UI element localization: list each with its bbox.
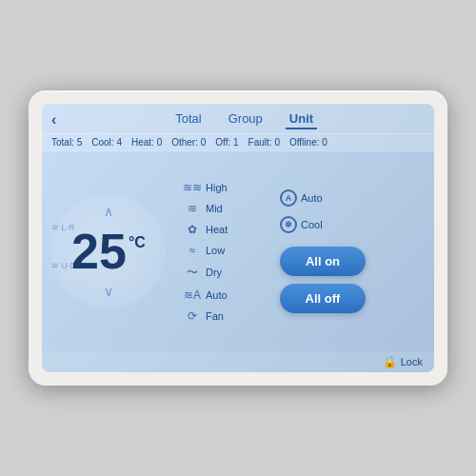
status-cool: Cool: 4 <box>91 137 122 148</box>
all-on-button[interactable]: All on <box>280 247 366 276</box>
action-buttons: All on All off <box>280 247 369 313</box>
lock-button[interactable]: 🔒 Lock <box>383 355 423 368</box>
mode-low-label: Low <box>206 245 225 256</box>
screen: ‹ Total Group Unit Total: 5 Cool: 4 Heat… <box>42 104 434 372</box>
cool-label: Cool <box>301 219 323 230</box>
mode-low[interactable]: ≈ Low <box>179 242 267 259</box>
status-other: Other: 0 <box>171 137 206 148</box>
dry-icon: 〜 <box>183 265 202 281</box>
fan-mode-icon: ⟳ <box>183 309 202 323</box>
cool-icon: ❄ <box>280 216 297 233</box>
temperature-unit: °C <box>129 234 146 251</box>
auto-label: Auto <box>301 192 323 204</box>
tab-group[interactable]: Group <box>225 109 267 129</box>
heat-icon: ✿ <box>183 223 202 236</box>
device-frame: ‹ Total Group Unit Total: 5 Cool: 4 Heat… <box>29 90 447 386</box>
mode-dry[interactable]: 〜 Dry <box>179 263 267 283</box>
tab-unit[interactable]: Unit <box>286 109 317 129</box>
back-button[interactable]: ‹ <box>51 111 56 129</box>
status-offline: Offline: 0 <box>289 137 327 148</box>
mode-auto-label: Auto <box>206 289 228 301</box>
mid-icon: ≋ <box>183 202 202 215</box>
bottom-bar: 🔒 Lock <box>42 351 434 372</box>
mode-dry-label: Dry <box>206 267 222 278</box>
main-content: ∧ 25 °C ∨ ≋ L·R ≋ U·D ≋≋ High ≋ Mid <box>42 151 434 351</box>
temperature-display: 25 °C <box>71 227 146 276</box>
mode-heat[interactable]: ✿ Heat <box>179 221 267 238</box>
auto-item[interactable]: A Auto <box>280 189 323 207</box>
cool-item[interactable]: ❄ Cool <box>280 216 323 233</box>
mode-high-label: High <box>206 182 228 193</box>
mode-mid-label: Mid <box>206 203 223 214</box>
high-icon: ≋≋ <box>183 181 202 194</box>
tab-total[interactable]: Total <box>171 109 205 129</box>
temperature-value: 25 <box>71 227 127 276</box>
temperature-panel: ∧ 25 °C ∨ ≋ L·R ≋ U·D <box>42 151 175 351</box>
all-off-button[interactable]: All off <box>280 284 366 313</box>
mode-panel: ≋≋ High ≋ Mid ✿ Heat ≈ Low 〜 Dry <box>175 151 270 351</box>
lock-icon: 🔒 <box>383 355 397 368</box>
mode-heat-label: Heat <box>206 224 228 235</box>
mode-fan[interactable]: ⟳ Fan <box>179 307 267 325</box>
header: ‹ Total Group Unit <box>42 104 434 134</box>
mode-auto[interactable]: ≋A Auto <box>179 287 267 304</box>
mode-high[interactable]: ≋≋ High <box>179 179 267 196</box>
status-heat: Heat: 0 <box>131 137 162 148</box>
status-total: Total: 5 <box>51 137 82 148</box>
low-icon: ≈ <box>183 244 202 257</box>
status-off: Off: 1 <box>215 137 238 148</box>
lock-label: Lock <box>401 356 423 367</box>
tab-bar: Total Group Unit <box>64 109 425 129</box>
auto-circle-icon: A <box>280 189 297 207</box>
mode-mid[interactable]: ≋ Mid <box>179 200 267 217</box>
mode-fan-label: Fan <box>206 310 224 322</box>
auto-mode-icon: ≋A <box>183 288 202 302</box>
right-panel: A Auto ❄ Cool All on All off <box>270 151 434 351</box>
status-fault: Fault: 0 <box>248 137 280 148</box>
status-bar: Total: 5 Cool: 4 Heat: 0 Other: 0 Off: 1… <box>42 134 434 151</box>
